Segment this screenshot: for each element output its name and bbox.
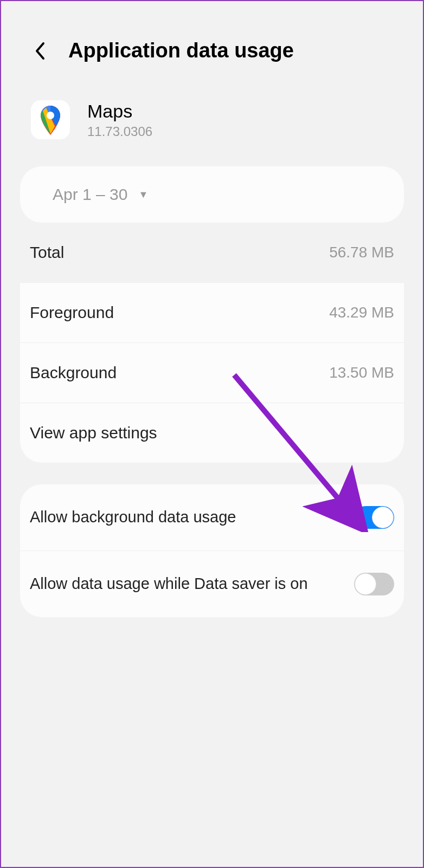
stat-label: Background	[30, 364, 117, 382]
toggle-row-allow-background[interactable]: Allow background data usage	[20, 484, 404, 551]
toggle-label: Allow background data usage	[30, 507, 354, 528]
stat-row-foreground: Foreground 43.29 MB	[20, 283, 404, 343]
stat-row-total: Total 56.78 MB	[20, 223, 404, 283]
toggle-row-allow-data-saver[interactable]: Allow data usage while Data saver is on	[20, 551, 404, 617]
chevron-down-icon: ▼	[138, 189, 148, 200]
app-icon	[31, 100, 70, 139]
link-label: View app settings	[30, 424, 157, 442]
app-version: 11.73.0306	[87, 124, 152, 139]
app-info: Maps 11.73.0306	[1, 89, 423, 156]
toggle-switch[interactable]	[354, 573, 394, 595]
toggle-label: Allow data usage while Data saver is on	[30, 573, 354, 594]
view-app-settings-link[interactable]: View app settings	[20, 403, 404, 463]
app-text: Maps 11.73.0306	[87, 101, 152, 139]
svg-point-0	[47, 112, 54, 119]
period-selector[interactable]: Apr 1 – 30 ▼	[20, 166, 404, 223]
stat-label: Foreground	[30, 303, 114, 322]
header: Application data usage	[1, 1, 423, 89]
stat-label: Total	[30, 243, 64, 262]
toggles-card: Allow background data usage Allow data u…	[20, 484, 404, 617]
stat-value: 13.50 MB	[329, 364, 394, 381]
stat-value: 56.78 MB	[329, 244, 394, 261]
stat-row-background: Background 13.50 MB	[20, 343, 404, 403]
page-title: Application data usage	[68, 39, 294, 62]
stat-value: 43.29 MB	[329, 304, 394, 321]
period-label: Apr 1 – 30	[53, 185, 127, 204]
toggle-knob	[372, 507, 394, 528]
toggle-knob	[355, 573, 376, 595]
app-name: Maps	[87, 101, 152, 122]
toggle-switch[interactable]	[354, 506, 394, 529]
stats-card: Total 56.78 MB Foreground 43.29 MB Backg…	[20, 223, 404, 463]
back-icon[interactable]	[34, 40, 47, 62]
